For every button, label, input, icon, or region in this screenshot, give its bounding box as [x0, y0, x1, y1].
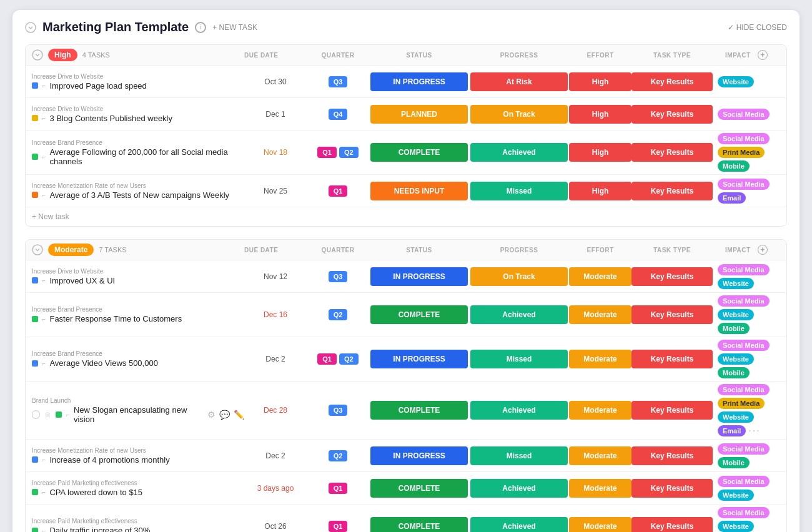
status-cell[interactable]: NEEDS INPUT	[369, 182, 469, 200]
task-name[interactable]: Average Video Views 500,000	[49, 358, 157, 368]
impact-tag[interactable]: Print Media	[718, 147, 765, 158]
task-name[interactable]: Average of 3 A/B Tests of New campaigns …	[49, 190, 229, 200]
status-badge[interactable]: COMPLETE	[370, 401, 468, 420]
status-cell[interactable]: IN PROGRESS	[369, 267, 469, 286]
quarter-badge[interactable]: Q1	[317, 147, 337, 158]
status-badge[interactable]: COMPLETE	[370, 305, 468, 324]
task-name[interactable]: 3 Blog Contents Published weekly	[49, 114, 172, 123]
checkbox[interactable]	[32, 410, 40, 419]
status-badge[interactable]: NEEDS INPUT	[370, 182, 468, 200]
quarter-badge[interactable]: Q3	[329, 271, 348, 282]
progress-badge[interactable]: Missed	[470, 446, 568, 465]
section-collapse-icon[interactable]	[32, 244, 43, 255]
impact-tag[interactable]: Website	[718, 353, 754, 365]
progress-badge[interactable]: Achieved	[470, 305, 568, 324]
status-badge[interactable]: PLANNED	[370, 105, 468, 124]
progress-badge[interactable]: Achieved	[470, 479, 568, 498]
quarter-badge[interactable]: Q3	[329, 405, 348, 416]
status-badge[interactable]: COMPLETE	[370, 143, 468, 162]
progress-badge[interactable]: On Track	[470, 105, 568, 124]
impact-tag[interactable]: Mobile	[718, 367, 750, 378]
quarter-badge[interactable]: Q2	[329, 450, 348, 461]
impact-tag[interactable]: Website	[718, 411, 754, 423]
effort-badge[interactable]: Moderate	[569, 446, 631, 465]
quarter-badge[interactable]: Q2	[339, 147, 359, 158]
edit-icon[interactable]: ✏️	[234, 410, 244, 420]
impact-tag[interactable]: Social Media	[718, 109, 770, 120]
info-icon[interactable]: i	[195, 22, 206, 33]
quarter-badge[interactable]: Q3	[329, 76, 348, 87]
effort-badge[interactable]: Moderate	[569, 401, 631, 420]
impact-tag[interactable]: Social Media	[718, 476, 770, 487]
status-cell[interactable]: IN PROGRESS	[369, 72, 469, 91]
status-cell[interactable]: IN PROGRESS	[369, 446, 469, 465]
tasktype-badge[interactable]: Key Results	[631, 267, 713, 286]
status-cell[interactable]: COMPLETE	[369, 401, 469, 420]
impact-tag[interactable]: Social Media	[718, 133, 770, 144]
quarter-badge[interactable]: Q1	[329, 185, 348, 197]
tasktype-badge[interactable]: Key Results	[631, 105, 713, 124]
section-collapse-icon[interactable]	[32, 49, 43, 61]
impact-tag[interactable]: Website	[718, 521, 754, 532]
more-options-button[interactable]: ···	[748, 425, 760, 436]
task-name[interactable]: New Slogan encapsulating new vision	[74, 405, 204, 424]
quarter-badge[interactable]: Q1	[329, 521, 348, 532]
tasktype-badge[interactable]: Key Results	[631, 517, 713, 532]
progress-badge[interactable]: Missed	[470, 350, 568, 368]
status-cell[interactable]: COMPLETE	[369, 517, 469, 532]
impact-tag[interactable]: Website	[718, 278, 754, 289]
tasktype-badge[interactable]: Key Results	[631, 143, 713, 162]
effort-badge[interactable]: Moderate	[569, 479, 631, 498]
tasktype-badge[interactable]: Key Results	[631, 305, 713, 324]
impact-tag[interactable]: Email	[718, 425, 746, 436]
status-cell[interactable]: COMPLETE	[369, 305, 469, 324]
progress-badge[interactable]: Achieved	[470, 143, 568, 162]
hide-closed-button[interactable]: ✓ HIDE CLOSED	[728, 23, 787, 32]
progress-badge[interactable]: Achieved	[470, 517, 568, 532]
task-name[interactable]: Average Following of 200,000 for all Soc…	[49, 147, 244, 166]
tasktype-badge[interactable]: Key Results	[631, 479, 713, 498]
status-badge[interactable]: COMPLETE	[370, 479, 468, 498]
task-name[interactable]: Improved Page load speed	[49, 81, 146, 91]
status-badge[interactable]: IN PROGRESS	[370, 72, 468, 91]
quarter-badge[interactable]: Q2	[339, 353, 359, 365]
progress-badge[interactable]: Missed	[470, 182, 568, 200]
tasktype-badge[interactable]: Key Results	[631, 72, 713, 91]
impact-tag[interactable]: Website	[718, 490, 754, 501]
impact-tag[interactable]: Social Media	[718, 384, 770, 395]
status-badge[interactable]: COMPLETE	[370, 517, 468, 532]
effort-badge[interactable]: High	[569, 182, 631, 200]
collapse-icon[interactable]	[25, 22, 36, 33]
task-name[interactable]: Increase of 4 promotions monthly	[49, 455, 169, 465]
effort-badge[interactable]: Moderate	[569, 517, 631, 532]
effort-badge[interactable]: Moderate	[569, 350, 631, 368]
impact-tag[interactable]: Social Media	[718, 507, 770, 518]
impact-tag[interactable]: Print Media	[718, 398, 765, 409]
effort-badge[interactable]: Moderate	[569, 305, 631, 324]
impact-tag[interactable]: Mobile	[718, 457, 750, 468]
effort-badge[interactable]: High	[569, 143, 631, 162]
status-badge[interactable]: IN PROGRESS	[370, 446, 468, 465]
quarter-badge[interactable]: Q1	[317, 353, 337, 365]
progress-badge[interactable]: Achieved	[470, 401, 568, 420]
status-cell[interactable]: COMPLETE	[369, 479, 469, 498]
task-name[interactable]: Faster Response Time to Customers	[49, 314, 182, 323]
impact-tag[interactable]: Social Media	[718, 295, 770, 307]
new-task-row[interactable]: + New task	[26, 207, 786, 226]
section-add-button[interactable]: +	[758, 245, 768, 255]
effort-badge[interactable]: High	[569, 72, 631, 91]
impact-tag[interactable]: Mobile	[718, 160, 750, 172]
task-name[interactable]: Improved UX & UI	[49, 276, 115, 285]
impact-tag[interactable]: Social Media	[718, 443, 770, 455]
impact-tag[interactable]: Social Media	[718, 340, 770, 351]
impact-tag[interactable]: Social Media	[718, 179, 770, 190]
impact-tag[interactable]: Mobile	[718, 323, 750, 334]
status-cell[interactable]: COMPLETE	[369, 143, 469, 162]
status-badge[interactable]: IN PROGRESS	[370, 350, 468, 368]
quarter-badge[interactable]: Q4	[329, 109, 348, 120]
task-name[interactable]: Daily traffic increase of 30%	[49, 526, 150, 532]
quarter-badge[interactable]: Q2	[329, 309, 348, 320]
status-cell[interactable]: PLANNED	[369, 105, 469, 124]
status-cell[interactable]: IN PROGRESS	[369, 350, 469, 368]
progress-badge[interactable]: At Risk	[470, 72, 568, 91]
